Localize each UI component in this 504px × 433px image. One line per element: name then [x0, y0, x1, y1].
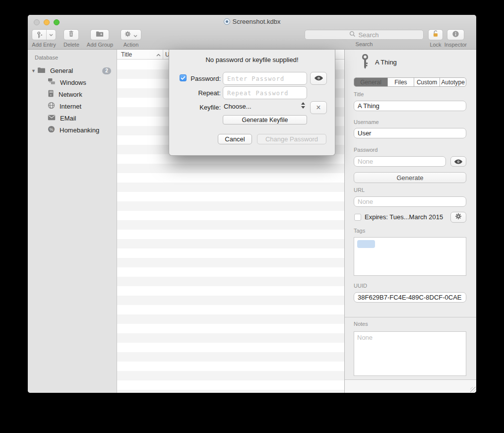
- notes-field-label: Notes: [354, 321, 368, 327]
- expires-checkbox[interactable]: [354, 214, 361, 221]
- url-field-label: URL: [354, 187, 365, 193]
- add-entry-button[interactable]: [32, 29, 56, 40]
- document-icon: [224, 18, 230, 25]
- notes-input[interactable]: [354, 331, 466, 376]
- dialog-repeat-label: Repeat:: [188, 89, 221, 97]
- sidebar-item-general[interactable]: ▼ General 2: [28, 65, 117, 76]
- sidebar-section-header: Database: [35, 55, 117, 61]
- add-group-button[interactable]: [90, 29, 109, 40]
- info-icon: [452, 30, 459, 40]
- search-icon: [349, 31, 356, 39]
- inspector-button[interactable]: [447, 29, 464, 40]
- resize-grip[interactable]: [470, 387, 476, 392]
- workgroup-icon: [48, 78, 56, 87]
- tab-custom[interactable]: Custom: [414, 78, 441, 86]
- sidebar: Database ▼ General 2: [28, 50, 117, 393]
- url-input[interactable]: [354, 196, 466, 207]
- tab-files[interactable]: Files: [388, 78, 414, 86]
- dialog-password-label: Password:: [188, 75, 221, 82]
- tab-autotype[interactable]: Autotype: [440, 78, 466, 86]
- gear-icon: [125, 30, 131, 39]
- percent-icon: %: [48, 125, 55, 135]
- globe-icon: [48, 102, 55, 111]
- window-title: Screenshot.kdbx: [233, 18, 281, 25]
- eye-icon: [454, 157, 463, 166]
- titlebar: Screenshot.kdbx: [28, 15, 476, 28]
- inspector-tabs: General Files Custom Autotype: [354, 77, 466, 87]
- folder-plus-icon: [96, 30, 104, 39]
- entry-count-badge: 2: [102, 67, 111, 74]
- lock-label: Lock: [430, 42, 441, 48]
- group-label: Windows: [60, 79, 86, 86]
- tag-chip[interactable]: [357, 240, 375, 248]
- app-window: Screenshot.kdbx: [28, 15, 476, 393]
- username-input[interactable]: [354, 128, 466, 138]
- sidebar-item-email[interactable]: EMail: [28, 112, 117, 124]
- search-input[interactable]: Search: [305, 30, 424, 40]
- dialog-reveal-password-button[interactable]: [310, 72, 327, 85]
- action-button[interactable]: [121, 29, 141, 40]
- cancel-button[interactable]: Cancel: [218, 134, 252, 144]
- dialog-keyfile-label: Keyfile:: [188, 104, 221, 111]
- generate-password-button[interactable]: Generate: [354, 172, 466, 183]
- trash-icon: [68, 30, 74, 39]
- sidebar-item-network[interactable]: Network: [28, 88, 117, 100]
- password-checkbox[interactable]: [180, 74, 187, 81]
- desktop: Screenshot.kdbx: [0, 0, 504, 433]
- add-entry-label: Add Entry: [32, 42, 56, 48]
- dialog-password-input[interactable]: [223, 72, 307, 85]
- popup-stepper-icon[interactable]: [301, 102, 305, 109]
- chevron-down-icon: [133, 30, 137, 39]
- inspector-label: Inspector: [444, 42, 467, 48]
- group-label: Homebanking: [60, 126, 99, 134]
- reveal-password-button[interactable]: [450, 156, 466, 167]
- tags-field-label: Tags: [354, 228, 365, 234]
- search-label: Search: [356, 41, 373, 47]
- envelope-icon: [48, 114, 56, 123]
- sidebar-item-homebanking[interactable]: % Homebanking: [28, 124, 117, 136]
- clear-keyfile-button[interactable]: ×: [310, 101, 327, 114]
- tags-input[interactable]: [354, 237, 466, 276]
- sort-ascending-icon: [156, 51, 161, 58]
- disclosure-triangle-icon[interactable]: ▼: [31, 68, 37, 73]
- add-group-label: Add Group: [87, 42, 113, 48]
- uuid-input[interactable]: [354, 292, 466, 303]
- change-password-button[interactable]: Change Password: [257, 134, 326, 144]
- column-header-title[interactable]: Title: [117, 50, 163, 59]
- password-field-label: Password: [354, 147, 378, 153]
- generate-keyfile-button[interactable]: Generate Keyfile: [223, 115, 307, 124]
- key-plus-icon: [32, 30, 46, 40]
- key-icon: [360, 54, 371, 71]
- folder-icon: [37, 66, 46, 75]
- lock-open-icon: [432, 30, 439, 40]
- svg-text:%: %: [50, 126, 54, 131]
- delete-button[interactable]: [63, 29, 79, 40]
- delete-label: Delete: [63, 42, 79, 48]
- title-input[interactable]: [354, 101, 466, 111]
- sidebar-item-windows[interactable]: Windows: [28, 76, 117, 88]
- group-label: General: [50, 67, 73, 74]
- password-input[interactable]: [354, 156, 446, 167]
- keyfile-popup[interactable]: Choose...: [224, 103, 252, 110]
- title-field-label: Title: [354, 91, 364, 97]
- divider: [345, 317, 476, 317]
- expires-label: Expires: Tues...March 2015: [365, 213, 443, 221]
- entry-title: A Thing: [375, 59, 397, 66]
- close-x-icon: ×: [316, 104, 320, 112]
- tab-general[interactable]: General: [354, 78, 388, 86]
- dialog-message: No password or keyfile supplied!: [169, 56, 335, 63]
- gear-icon: [455, 213, 462, 222]
- group-label: Internet: [60, 103, 81, 110]
- lock-button[interactable]: [428, 29, 443, 40]
- inspector-footer: [345, 379, 476, 393]
- eye-icon: [314, 74, 323, 83]
- dialog-repeat-input[interactable]: [223, 86, 307, 99]
- username-field-label: Username: [354, 119, 379, 125]
- toolbar: Add Entry Delete: [28, 28, 476, 50]
- sidebar-item-internet[interactable]: Internet: [28, 100, 117, 112]
- add-entry-dropdown[interactable]: [46, 30, 56, 40]
- inspector-panel: A Thing General Files Custom Autotype Ti…: [345, 50, 476, 393]
- expiry-settings-button[interactable]: [450, 212, 466, 223]
- change-password-dialog: No password or keyfile supplied! Passwor…: [169, 50, 335, 156]
- action-label: Action: [124, 42, 139, 48]
